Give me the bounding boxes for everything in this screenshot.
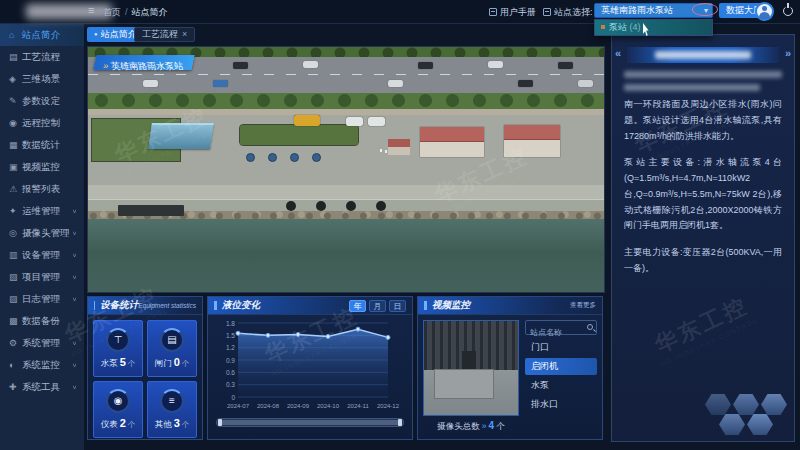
info-paragraph-2: 泵站主要设备:潜水轴流泵4台(Q=1.5m³/s,H=4.7m,N=110kW2… (624, 155, 782, 234)
tab-process-flow[interactable]: 工艺流程× (134, 27, 195, 42)
breadcrumb: 首页/站点简介 (103, 6, 168, 19)
sidebar-item-log-management[interactable]: ▨日志管理∨ (0, 288, 84, 310)
meter-icon: ◉ (106, 389, 130, 413)
range-button-年[interactable]: 年 (349, 300, 366, 312)
sidebar-item-data-backup[interactable]: ▩数据备份 (0, 310, 84, 332)
svg-text:0: 0 (231, 394, 235, 401)
remote-control-icon: ◉ (9, 118, 22, 128)
camera-item-排水口[interactable]: 排水口 (525, 396, 597, 413)
power-icon[interactable] (783, 6, 793, 16)
chevron-down-icon: ∨ (72, 340, 77, 346)
param-setting-icon: ✎ (9, 96, 22, 106)
sidebar-item-3d-scene[interactable]: ◈三维场景 (0, 68, 84, 90)
dropdown-item-pump-station[interactable]: 泵站 (4) (595, 20, 712, 35)
data-statistics-icon: ▦ (9, 140, 22, 150)
info-panel: « » 南一环段路面及周边小区排水(雨水)问题。泵站设计选用4台潜水轴流泵,具有… (611, 34, 795, 442)
site-intro-icon: ⌂ (9, 30, 22, 40)
svg-text:0.9: 0.9 (226, 357, 235, 364)
sidebar-item-label: 系统管理 (22, 337, 72, 350)
video-body: 摄像头总数»4 个 门口启闭机水泵排水口 (418, 315, 602, 433)
sidebar-item-label: 摄像头管理 (22, 227, 72, 240)
sidebar-item-camera-management[interactable]: ◎摄像头管理∨ (0, 222, 84, 244)
search-icon (587, 324, 593, 330)
sidebar-item-label: 站点简介 (22, 29, 84, 42)
menu-toggle-icon[interactable]: ≡ (88, 4, 94, 16)
sidebar-item-data-statistics[interactable]: ▦数据统计 (0, 134, 84, 156)
svg-text:2024-12: 2024-12 (377, 403, 400, 409)
sidebar-item-project-management[interactable]: ▧项目管理∨ (0, 266, 84, 288)
slider-handle-right[interactable] (398, 419, 402, 426)
camera-item-门口[interactable]: 门口 (525, 339, 597, 356)
sidebar-item-alarm-list[interactable]: ⚠报警列表 (0, 178, 84, 200)
car (233, 62, 248, 69)
equipment-tile-pump: ⊤水泵5个 (93, 320, 143, 377)
sidebar: ⌂站点简介▤工艺流程◈三维场景✎参数设定◉远程控制▦数据统计▣视频监控⚠报警列表… (0, 24, 84, 450)
station-name-tag: »英雄南路雨水泵站 (93, 55, 194, 70)
outfall-pipe (316, 201, 326, 211)
breadcrumb-home[interactable]: 首页 (103, 7, 121, 17)
pump-unit (312, 153, 321, 162)
sidebar-item-label: 设备管理 (22, 249, 72, 262)
level-panel-header: 液位变化 年月日 (208, 297, 412, 315)
chevron-down-icon: ∨ (72, 274, 77, 280)
sidebar-item-remote-control[interactable]: ◉远程控制 (0, 112, 84, 134)
camera-list-col: 门口启闭机水泵排水口 (525, 320, 597, 433)
van (346, 117, 363, 126)
site-select[interactable]: 英雄南路雨水泵站 ▾ (594, 3, 713, 18)
chevron-down-icon: ∨ (72, 296, 77, 302)
redacted-line (624, 84, 760, 91)
camera-item-水泵[interactable]: 水泵 (525, 377, 597, 394)
sidebar-item-device-management[interactable]: ▥设备管理∨ (0, 244, 84, 266)
sidebar-item-system-management[interactable]: ⚙系统管理∨ (0, 332, 84, 354)
sidebar-item-label: 数据备份 (22, 315, 84, 328)
sidebar-item-label: 工艺流程 (22, 51, 84, 64)
breadcrumb-current: 站点简介 (132, 7, 168, 17)
chevron-down-icon: ∨ (72, 384, 77, 390)
redacted-line (624, 71, 782, 78)
view-more-link[interactable]: 查看更多 (570, 301, 596, 310)
car (143, 80, 158, 87)
equipment-tile-gate: ▤闸门0个 (147, 320, 197, 377)
video-panel-header: 视频监控 查看更多 (418, 297, 602, 315)
camera-search-input[interactable] (526, 326, 596, 339)
sidebar-item-video-monitor[interactable]: ▣视频监控 (0, 156, 84, 178)
equipment-panel: 设备统计 Equipment statistics ⊤水泵5个▤闸门0个◉仪表2… (87, 296, 203, 440)
camera-item-启闭机[interactable]: 启闭机 (525, 358, 597, 375)
svg-text:1.2: 1.2 (226, 344, 235, 351)
car (578, 80, 593, 87)
sidebar-item-label: 视频监控 (22, 161, 84, 174)
video-panel-title: 视频监控 (432, 299, 470, 312)
svg-text:0.3: 0.3 (226, 381, 235, 388)
sidebar-item-ops-management[interactable]: ✦运维管理∨ (0, 200, 84, 222)
car (388, 80, 403, 87)
camera-view[interactable] (423, 320, 519, 416)
equipment-tiles: ⊤水泵5个▤闸门0个◉仪表2个≡其他3个 (88, 315, 202, 443)
aerial-photo: »英雄南路雨水泵站 (87, 46, 605, 293)
site-select-value: 英雄南路雨水泵站 (601, 5, 673, 15)
info-paragraph-3: 主要电力设备:变压器2台(500KVA,一用一备)。 (624, 245, 782, 277)
info-paragraph-1: 南一环段路面及周边小区排水(雨水)问题。泵站设计选用4台潜水轴流泵,具有1728… (624, 97, 782, 144)
range-button-日[interactable]: 日 (389, 300, 406, 312)
sidebar-item-process-flow[interactable]: ▤工艺流程 (0, 46, 84, 68)
sidebar-item-label: 项目管理 (22, 271, 72, 284)
sidebar-item-param-setting[interactable]: ✎参数设定 (0, 90, 84, 112)
guard-hut (388, 139, 410, 155)
svg-text:1.8: 1.8 (226, 320, 235, 327)
range-button-月[interactable]: 月 (369, 300, 386, 312)
garden (240, 125, 358, 145)
camera-search (525, 320, 597, 335)
level-panel: 液位变化 年月日 00.30.60.91.21.51.82024-072024-… (207, 296, 413, 440)
chart-zoom-slider[interactable] (216, 418, 404, 427)
slider-handle-left[interactable] (218, 419, 222, 426)
sidebar-item-label: 日志管理 (22, 293, 72, 306)
hexagon-decoration (705, 394, 789, 436)
user-manual-link[interactable]: 用户手册 (489, 6, 536, 19)
sidebar-item-system-tools[interactable]: ✚系统工具∨ (0, 376, 84, 398)
sidebar-item-system-monitor[interactable]: ◐系统监控∨ (0, 354, 84, 376)
breadcrumb-separator: / (125, 7, 128, 17)
gate-icon: ▤ (160, 328, 184, 352)
sidebar-item-site-intro[interactable]: ⌂站点简介 (0, 24, 84, 46)
person (380, 149, 382, 152)
avatar[interactable] (755, 2, 774, 21)
camera-management-icon: ◎ (9, 228, 22, 238)
